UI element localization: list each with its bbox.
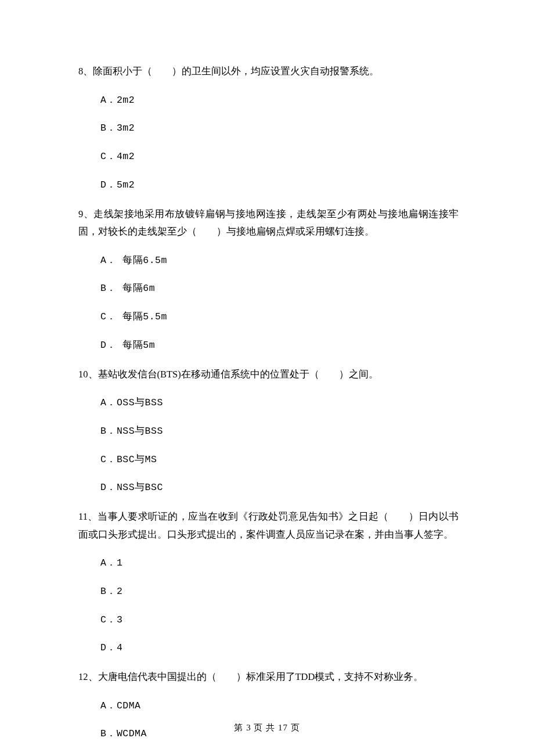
question-body: 走线架接地采用布放镀锌扁钢与接地网连接，走线架至少有两处与接地扁钢连接牢固，对较… xyxy=(78,208,459,237)
question-body: 当事人要求听证的，应当在收到《行政处罚意见告知书》之日起（ ）日内以书面或口头形… xyxy=(78,511,459,540)
options-list: A．1 B．2 C．3 D．4 xyxy=(78,556,459,656)
option-a: A．OSS与BSS xyxy=(100,396,459,411)
question-text: 12、大唐电信代表中国提出的（ ）标准采用了TDD模式，支持不对称业务。 xyxy=(78,668,459,686)
option-c: C． 每隔5.5m xyxy=(100,310,459,325)
question-body: 基站收发信台(BTS)在移动通信系统中的位置处于（ ）之间。 xyxy=(98,369,378,380)
page-footer: 第 3 页 共 17 页 xyxy=(0,721,534,735)
question-text: 11、当事人要求听证的，应当在收到《行政处罚意见告知书》之日起（ ）日内以书面或… xyxy=(78,508,459,543)
document-page: 8、除面积小于（ ）的卫生间以外，均应设置火灾自动报警系统。 A．2m2 B．3… xyxy=(0,0,534,756)
option-a: A．1 xyxy=(100,556,459,571)
question-text: 10、基站收发信台(BTS)在移动通信系统中的位置处于（ ）之间。 xyxy=(78,366,459,384)
question-text: 8、除面积小于（ ）的卫生间以外，均应设置火灾自动报警系统。 xyxy=(78,63,459,81)
question-body: 除面积小于（ ）的卫生间以外，均应设置火灾自动报警系统。 xyxy=(93,66,379,77)
option-b: B．2 xyxy=(100,585,459,599)
question-10: 10、基站收发信台(BTS)在移动通信系统中的位置处于（ ）之间。 A．OSS与… xyxy=(78,366,459,496)
options-list: A． 每隔6.5m B． 每隔6m C． 每隔5.5m D． 每隔5m xyxy=(78,254,459,353)
options-list: A．OSS与BSS B．NSS与BSS C．BSC与MS D．NSS与BSC xyxy=(78,396,459,495)
question-9: 9、走线架接地采用布放镀锌扁钢与接地网连接，走线架至少有两处与接地扁钢连接牢固，… xyxy=(78,206,459,353)
option-d: D．NSS与BSC xyxy=(100,481,459,495)
question-text: 9、走线架接地采用布放镀锌扁钢与接地网连接，走线架至少有两处与接地扁钢连接牢固，… xyxy=(78,206,459,241)
option-c: C．4m2 xyxy=(100,150,459,164)
option-b: B．NSS与BSS xyxy=(100,424,459,439)
question-number: 11、 xyxy=(78,511,98,522)
option-c: C．BSC与MS xyxy=(100,453,459,467)
options-list: A．2m2 B．3m2 C．4m2 D．5m2 xyxy=(78,93,459,193)
question-8: 8、除面积小于（ ）的卫生间以外，均应设置火灾自动报警系统。 A．2m2 B．3… xyxy=(78,63,459,193)
question-12: 12、大唐电信代表中国提出的（ ）标准采用了TDD模式，支持不对称业务。 A．C… xyxy=(78,668,459,756)
option-a: A． 每隔6.5m xyxy=(100,254,459,268)
question-number: 10、 xyxy=(78,369,98,380)
question-11: 11、当事人要求听证的，应当在收到《行政处罚意见告知书》之日起（ ）日内以书面或… xyxy=(78,508,459,656)
option-b: B．3m2 xyxy=(100,121,459,136)
option-b: B． 每隔6m xyxy=(100,282,459,296)
option-a: A．2m2 xyxy=(100,93,459,108)
question-body: 大唐电信代表中国提出的（ ）标准采用了TDD模式，支持不对称业务。 xyxy=(98,671,424,682)
question-number: 8、 xyxy=(78,66,93,77)
question-number: 9、 xyxy=(78,208,93,219)
option-a: A．CDMA xyxy=(100,699,459,714)
question-number: 12、 xyxy=(78,671,98,682)
option-d: D． 每隔5m xyxy=(100,339,459,353)
option-d: D．5m2 xyxy=(100,178,459,193)
option-d: D．4 xyxy=(100,641,459,656)
option-c: C．3 xyxy=(100,613,459,628)
